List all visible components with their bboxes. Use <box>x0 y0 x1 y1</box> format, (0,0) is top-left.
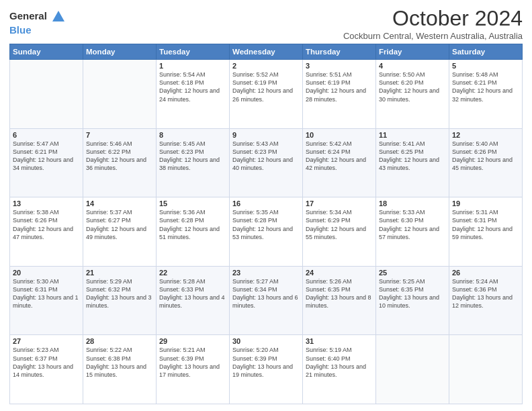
day-info: Sunrise: 5:21 AM Sunset: 6:39 PM Dayligh… <box>159 346 226 379</box>
week-row-3: 20Sunrise: 5:30 AM Sunset: 6:31 PM Dayli… <box>10 266 523 335</box>
day-info: Sunrise: 5:34 AM Sunset: 6:29 PM Dayligh… <box>306 208 373 241</box>
day-info: Sunrise: 5:27 AM Sunset: 6:34 PM Dayligh… <box>232 277 300 310</box>
day-info: Sunrise: 5:51 AM Sunset: 6:19 PM Dayligh… <box>306 71 373 103</box>
day-info: Sunrise: 5:24 AM Sunset: 6:36 PM Dayligh… <box>452 277 519 310</box>
cell-3-0: 20Sunrise: 5:30 AM Sunset: 6:31 PM Dayli… <box>10 266 83 335</box>
cell-4-4: 31Sunrise: 5:19 AM Sunset: 6:40 PM Dayli… <box>303 335 376 404</box>
day-info: Sunrise: 5:38 AM Sunset: 6:26 PM Dayligh… <box>13 208 80 241</box>
day-number: 26 <box>452 269 519 277</box>
day-number: 22 <box>159 269 226 277</box>
day-info: Sunrise: 5:28 AM Sunset: 6:33 PM Dayligh… <box>159 277 226 310</box>
day-number: 15 <box>159 199 226 208</box>
logo: General Blue <box>9 9 66 36</box>
cell-3-4: 24Sunrise: 5:26 AM Sunset: 6:35 PM Dayli… <box>303 266 376 335</box>
cell-2-3: 16Sunrise: 5:35 AM Sunset: 6:28 PM Dayli… <box>230 197 303 267</box>
day-number: 17 <box>306 199 373 208</box>
day-number: 28 <box>86 337 153 345</box>
day-number: 14 <box>86 199 153 208</box>
cell-4-2: 29Sunrise: 5:21 AM Sunset: 6:39 PM Dayli… <box>157 335 230 404</box>
day-number: 6 <box>13 131 80 139</box>
cell-3-6: 26Sunrise: 5:24 AM Sunset: 6:36 PM Dayli… <box>449 266 523 335</box>
day-info: Sunrise: 5:41 AM Sunset: 6:25 PM Dayligh… <box>379 140 446 173</box>
cell-0-4: 3Sunrise: 5:51 AM Sunset: 6:19 PM Daylig… <box>303 60 376 129</box>
cell-3-3: 23Sunrise: 5:27 AM Sunset: 6:34 PM Dayli… <box>230 266 303 335</box>
day-info: Sunrise: 5:25 AM Sunset: 6:35 PM Dayligh… <box>379 277 446 310</box>
col-header-friday: Friday <box>376 44 449 60</box>
day-number: 12 <box>452 131 519 139</box>
day-info: Sunrise: 5:50 AM Sunset: 6:20 PM Dayligh… <box>379 71 446 103</box>
cell-1-3: 9Sunrise: 5:43 AM Sunset: 6:23 PM Daylig… <box>230 128 303 197</box>
day-number: 29 <box>159 337 226 345</box>
day-info: Sunrise: 5:31 AM Sunset: 6:31 PM Dayligh… <box>452 208 519 241</box>
day-info: Sunrise: 5:26 AM Sunset: 6:35 PM Dayligh… <box>306 277 373 310</box>
cell-4-1: 28Sunrise: 5:22 AM Sunset: 6:38 PM Dayli… <box>83 335 157 404</box>
subtitle: Cockburn Central, Western Australia, Aus… <box>343 31 523 41</box>
col-header-saturday: Saturday <box>449 44 523 60</box>
cell-3-2: 22Sunrise: 5:28 AM Sunset: 6:33 PM Dayli… <box>157 266 230 335</box>
day-number: 16 <box>232 199 300 208</box>
day-number: 23 <box>232 269 300 277</box>
day-info: Sunrise: 5:30 AM Sunset: 6:31 PM Dayligh… <box>13 277 80 310</box>
col-header-thursday: Thursday <box>303 44 376 60</box>
day-info: Sunrise: 5:46 AM Sunset: 6:22 PM Dayligh… <box>86 140 153 173</box>
title-block: October 2024 Cockburn Central, Western A… <box>343 7 523 41</box>
svg-marker-0 <box>52 11 64 21</box>
logo-blue: Blue <box>9 24 32 36</box>
day-info: Sunrise: 5:20 AM Sunset: 6:39 PM Dayligh… <box>232 346 300 379</box>
cell-2-2: 15Sunrise: 5:36 AM Sunset: 6:28 PM Dayli… <box>157 197 230 267</box>
day-info: Sunrise: 5:19 AM Sunset: 6:40 PM Dayligh… <box>306 346 373 379</box>
day-info: Sunrise: 5:37 AM Sunset: 6:27 PM Dayligh… <box>86 208 153 241</box>
calendar-table: SundayMondayTuesdayWednesdayThursdayFrid… <box>9 44 523 404</box>
day-number: 20 <box>13 269 80 277</box>
month-title: October 2024 <box>343 7 523 30</box>
header-row: SundayMondayTuesdayWednesdayThursdayFrid… <box>10 44 523 60</box>
cell-2-6: 19Sunrise: 5:31 AM Sunset: 6:31 PM Dayli… <box>449 197 523 267</box>
page: General Blue October 2024 Cockburn Centr… <box>0 0 532 411</box>
cell-4-6 <box>449 335 523 404</box>
day-info: Sunrise: 5:42 AM Sunset: 6:24 PM Dayligh… <box>306 140 373 173</box>
day-info: Sunrise: 5:45 AM Sunset: 6:23 PM Dayligh… <box>159 140 226 173</box>
week-row-0: 1Sunrise: 5:54 AM Sunset: 6:18 PM Daylig… <box>10 60 523 129</box>
day-number: 5 <box>452 62 519 70</box>
day-info: Sunrise: 5:33 AM Sunset: 6:30 PM Dayligh… <box>379 208 446 241</box>
cell-0-3: 2Sunrise: 5:52 AM Sunset: 6:19 PM Daylig… <box>230 60 303 129</box>
cell-1-1: 7Sunrise: 5:46 AM Sunset: 6:22 PM Daylig… <box>83 128 157 197</box>
col-header-tuesday: Tuesday <box>157 44 230 60</box>
day-number: 24 <box>306 269 373 277</box>
day-info: Sunrise: 5:48 AM Sunset: 6:21 PM Dayligh… <box>452 71 519 103</box>
day-number: 21 <box>86 269 153 277</box>
day-info: Sunrise: 5:22 AM Sunset: 6:38 PM Dayligh… <box>86 346 153 379</box>
cell-2-1: 14Sunrise: 5:37 AM Sunset: 6:27 PM Dayli… <box>83 197 157 267</box>
header: General Blue October 2024 Cockburn Centr… <box>9 7 523 41</box>
day-number: 10 <box>306 131 373 139</box>
cell-2-4: 17Sunrise: 5:34 AM Sunset: 6:29 PM Dayli… <box>303 197 376 267</box>
day-info: Sunrise: 5:35 AM Sunset: 6:28 PM Dayligh… <box>232 208 300 241</box>
day-info: Sunrise: 5:52 AM Sunset: 6:19 PM Dayligh… <box>232 71 300 103</box>
day-number: 4 <box>379 62 446 70</box>
day-number: 2 <box>232 62 300 70</box>
day-number: 3 <box>306 62 373 70</box>
day-info: Sunrise: 5:47 AM Sunset: 6:21 PM Dayligh… <box>13 140 80 173</box>
cell-0-1 <box>83 60 157 129</box>
cell-3-1: 21Sunrise: 5:29 AM Sunset: 6:32 PM Dayli… <box>83 266 157 335</box>
day-info: Sunrise: 5:54 AM Sunset: 6:18 PM Dayligh… <box>159 71 226 103</box>
col-header-monday: Monday <box>83 44 157 60</box>
day-number: 9 <box>232 131 300 139</box>
cell-0-2: 1Sunrise: 5:54 AM Sunset: 6:18 PM Daylig… <box>157 60 230 129</box>
day-info: Sunrise: 5:23 AM Sunset: 6:37 PM Dayligh… <box>13 346 80 379</box>
day-number: 31 <box>306 337 373 345</box>
cell-4-0: 27Sunrise: 5:23 AM Sunset: 6:37 PM Dayli… <box>10 335 83 404</box>
cell-4-5 <box>376 335 449 404</box>
cell-1-2: 8Sunrise: 5:45 AM Sunset: 6:23 PM Daylig… <box>157 128 230 197</box>
day-number: 13 <box>13 199 80 208</box>
cell-2-0: 13Sunrise: 5:38 AM Sunset: 6:26 PM Dayli… <box>10 197 83 267</box>
col-header-sunday: Sunday <box>10 44 83 60</box>
day-number: 8 <box>159 131 226 139</box>
day-info: Sunrise: 5:36 AM Sunset: 6:28 PM Dayligh… <box>159 208 226 241</box>
cell-0-5: 4Sunrise: 5:50 AM Sunset: 6:20 PM Daylig… <box>376 60 449 129</box>
cell-1-6: 12Sunrise: 5:40 AM Sunset: 6:26 PM Dayli… <box>449 128 523 197</box>
cell-0-6: 5Sunrise: 5:48 AM Sunset: 6:21 PM Daylig… <box>449 60 523 129</box>
day-number: 1 <box>159 62 226 70</box>
day-info: Sunrise: 5:29 AM Sunset: 6:32 PM Dayligh… <box>86 277 153 310</box>
day-info: Sunrise: 5:40 AM Sunset: 6:26 PM Dayligh… <box>452 140 519 173</box>
